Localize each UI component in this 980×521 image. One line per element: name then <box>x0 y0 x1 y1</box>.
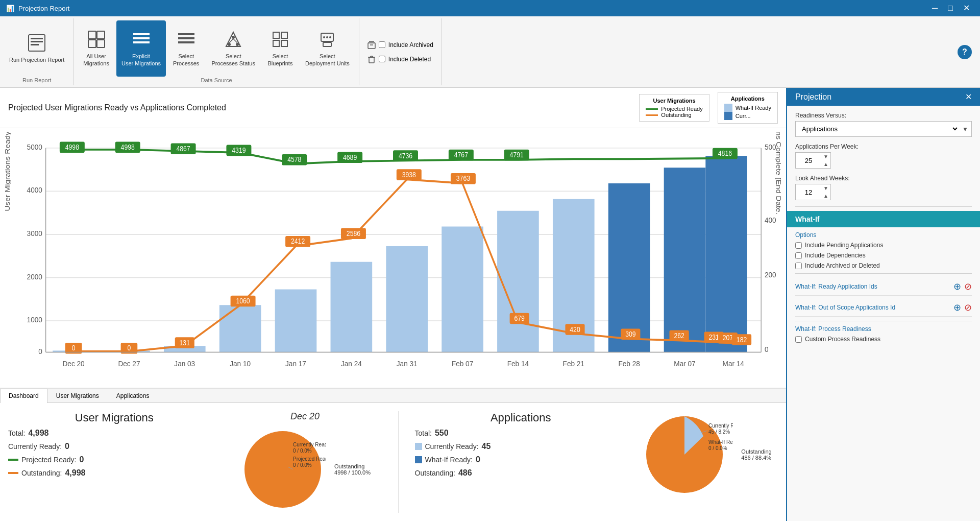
out-of-scope-add-icon[interactable]: ⊕ <box>953 302 961 313</box>
what-if-out-of-scope-row[interactable]: What-If: Out of Scope Applications Id ⊕ … <box>795 299 972 317</box>
applications-section: Applications Total: 550 Currently Ready:… <box>415 411 627 513</box>
applications-currently-ready-value: 45 <box>482 442 491 451</box>
tab-applications[interactable]: Applications <box>108 389 158 402</box>
user-migrations-total-label: Total: <box>8 429 25 437</box>
ready-app-ids-ban-icon[interactable]: ⊘ <box>964 281 972 292</box>
explicit-user-migrations-button[interactable]: ExplicitUser Migrations <box>116 20 166 77</box>
include-archived-or-deleted-checkbox[interactable]: Include Archived or Deleted <box>795 262 972 269</box>
svg-text:Currently Ready: Currently Ready <box>293 442 326 447</box>
svg-text:1060: 1060 <box>236 297 250 305</box>
include-dependencies-input[interactable] <box>795 252 802 259</box>
user-migrations-outstanding-label: Outstanding: <box>21 469 62 477</box>
svg-text:309: 309 <box>625 330 635 338</box>
outstanding-line-icon <box>646 114 658 116</box>
svg-text:Projected Ready: Projected Ready <box>293 456 326 462</box>
select-blueprints-icon <box>271 30 289 51</box>
date-label: Dec 20 <box>290 411 320 422</box>
panel-close-button[interactable]: ✕ <box>965 92 972 102</box>
custom-process-readiness-checkbox[interactable]: Custom Process Readiness <box>795 336 972 343</box>
right-panel: Projection ✕ Readiness Versus: Applicati… <box>786 88 980 521</box>
svg-text:0 / 0.0%: 0 / 0.0% <box>708 445 727 451</box>
include-archived-input[interactable] <box>379 41 385 48</box>
readiness-versus-select-wrapper[interactable]: Applications Blueprints Processes ▼ <box>795 121 972 137</box>
svg-text:Jan 31: Jan 31 <box>397 359 418 368</box>
outstanding-color-line-icon <box>8 472 18 474</box>
close-button[interactable]: ✕ <box>959 0 974 16</box>
select-deployment-units-icon <box>318 30 336 51</box>
look-ahead-weeks-down-button[interactable]: ▼ <box>821 184 830 192</box>
include-archived-checkbox[interactable]: Include Archived <box>368 41 433 49</box>
svg-text:2000: 2000 <box>27 272 42 281</box>
app-icon: 📊 <box>6 5 14 12</box>
help-button[interactable]: ? <box>958 45 972 59</box>
svg-text:679: 679 <box>514 314 524 322</box>
what-if-ready-app-ids-row[interactable]: What-If: Ready Application Ids ⊕ ⊘ <box>795 278 972 296</box>
svg-text:2412: 2412 <box>291 238 305 246</box>
minimize-button[interactable]: ─ <box>928 0 942 16</box>
tab-user-migrations[interactable]: User Migrations <box>47 389 108 402</box>
include-pending-applications-checkbox[interactable]: Include Pending Applications <box>795 242 972 249</box>
currently-ready-sq-icon <box>415 443 422 450</box>
readiness-versus-select[interactable]: Applications Blueprints Processes <box>796 122 959 136</box>
select-processes-status-button[interactable]: SelectProcesses Status <box>206 20 260 77</box>
select-deployment-units-button[interactable]: SelectDeployment Units <box>300 20 355 77</box>
chart-svg-container: User Migrations Ready [Start D. Applicat… <box>0 128 786 388</box>
apps-per-week-value: 25 <box>796 155 821 167</box>
svg-text:Jan 24: Jan 24 <box>341 359 362 368</box>
select-processes-button[interactable]: SelectProcesses <box>168 20 204 77</box>
projected-ready-line-icon <box>646 108 658 110</box>
custom-process-readiness-input[interactable] <box>795 336 802 343</box>
apps-per-week-up-button[interactable]: ▲ <box>821 160 830 168</box>
panel-header: Projection ✕ <box>787 88 980 106</box>
svg-rect-8 <box>133 33 150 35</box>
maximize-button[interactable]: □ <box>944 0 957 16</box>
svg-text:Jan 17: Jan 17 <box>285 359 306 368</box>
svg-rect-65 <box>497 211 539 352</box>
svg-text:Mar 07: Mar 07 <box>674 359 695 368</box>
svg-text:4867: 4867 <box>176 145 190 153</box>
svg-text:0 / 0.0%: 0 / 0.0% <box>293 462 312 468</box>
svg-rect-2 <box>31 41 43 42</box>
include-pending-applications-label: Include Pending Applications <box>805 242 883 249</box>
svg-text:4998: 4998 <box>121 143 135 151</box>
look-ahead-weeks-up-button[interactable]: ▲ <box>821 192 830 200</box>
applications-outstanding-value: 486 <box>458 468 472 478</box>
svg-text:262: 262 <box>674 331 684 340</box>
apps-per-week-down-button[interactable]: ▼ <box>821 153 830 160</box>
readiness-versus-dropdown-icon: ▼ <box>959 124 971 135</box>
look-ahead-weeks-label: Look Ahead Weeks: <box>795 175 972 182</box>
user-migrations-outstanding: Outstanding: 4,998 <box>8 468 85 478</box>
applications-what-if-ready: What-If Ready: 0 <box>415 455 480 464</box>
applications-section-title: Applications <box>415 411 627 424</box>
svg-text:User Migrations Ready [Start D: User Migrations Ready [Start D. <box>4 132 11 211</box>
svg-rect-20 <box>273 32 279 38</box>
what-if-ready-sq-icon <box>415 456 422 463</box>
include-pending-applications-input[interactable] <box>795 242 802 249</box>
svg-rect-62 <box>331 262 373 352</box>
look-ahead-weeks-row: 12 ▼ ▲ <box>795 184 972 200</box>
what-if-ready-rect-icon <box>724 104 732 112</box>
include-dependencies-checkbox[interactable]: Include Dependencies <box>795 252 972 259</box>
legend-user-migrations-title: User Migrations <box>646 98 702 104</box>
include-deleted-input[interactable] <box>379 56 385 62</box>
tab-dashboard[interactable]: Dashboard <box>0 389 47 403</box>
svg-text:400: 400 <box>765 216 776 224</box>
ready-app-ids-add-icon[interactable]: ⊕ <box>953 281 961 292</box>
svg-text:Feb 07: Feb 07 <box>452 359 473 368</box>
out-of-scope-ban-icon[interactable]: ⊘ <box>964 302 972 313</box>
select-blueprints-button[interactable]: SelectBlueprints <box>262 20 298 77</box>
legend-applications-title: Applications <box>724 96 771 102</box>
all-user-migrations-button[interactable]: All UserMigrations <box>78 20 114 77</box>
svg-text:45 / 8.2%: 45 / 8.2% <box>708 429 730 435</box>
svg-rect-11 <box>178 33 194 35</box>
run-report-group: Run Projection Report Run Report <box>0 18 74 85</box>
svg-rect-60 <box>219 305 261 352</box>
include-deleted-checkbox[interactable]: Include Deleted <box>368 55 433 63</box>
include-archived-or-deleted-input[interactable] <box>795 263 802 269</box>
user-migrations-total-value: 4,998 <box>28 429 48 438</box>
svg-text:Jan 10: Jan 10 <box>230 359 251 368</box>
custom-process-readiness-label: Custom Process Readiness <box>805 336 880 343</box>
run-projection-report-button[interactable]: Run Projection Report <box>4 20 69 77</box>
svg-text:0: 0 <box>128 344 131 352</box>
divider-3 <box>795 321 972 321</box>
